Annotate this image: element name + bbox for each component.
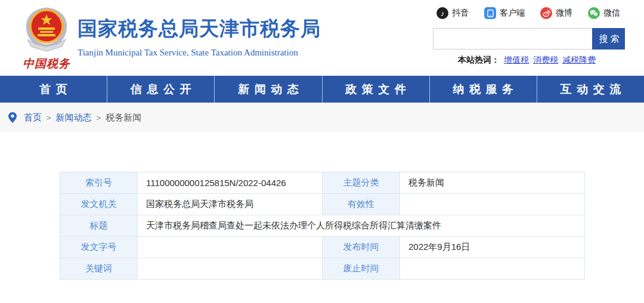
site-title: 国家税务总局天津市税务局 — [78, 16, 321, 42]
value-issuing-agency: 国家税务总局天津市税务局 — [138, 194, 323, 215]
location-pin-icon — [8, 112, 17, 123]
breadcrumb-separator: > — [97, 113, 101, 122]
hotword-link-tax-reduction[interactable]: 减税降费 — [562, 55, 596, 66]
table-row: 标题 天津市税务局稽查局查处一起未依法办理个人所得税综合所得汇算清缴案件 — [60, 215, 585, 237]
value-repeal-date — [400, 258, 585, 280]
social-label: 客户端 — [500, 8, 525, 18]
label-document-number: 发文字号 — [60, 237, 138, 258]
weibo-icon — [540, 7, 552, 19]
app-client-icon — [484, 7, 496, 19]
breadcrumb-news[interactable]: 新闻动态 — [56, 112, 92, 123]
nav-item-news[interactable]: 新闻动态 — [214, 76, 321, 103]
breadcrumb-separator: > — [47, 113, 51, 122]
label-title: 标题 — [60, 215, 138, 237]
value-validity — [400, 194, 585, 215]
nav-item-info-disclosure[interactable]: 信息公开 — [107, 76, 214, 103]
social-label: 抖音 — [452, 8, 469, 18]
search-input[interactable] — [433, 28, 592, 50]
search-bar: 搜索 — [433, 28, 625, 50]
breadcrumb-current: 税务新闻 — [106, 112, 141, 123]
social-label: 微博 — [556, 8, 572, 18]
title-block: 国家税务总局天津市税务局 Tianjin Municipal Tax Servi… — [78, 16, 321, 58]
hotword-link-vat[interactable]: 增值税 — [504, 55, 529, 66]
wechat-icon — [588, 7, 600, 19]
tax-emblem-icon — [20, 47, 73, 57]
social-item-douyin[interactable]: ♪ 抖音 — [436, 7, 469, 19]
breadcrumb: 首页 > 新闻动态 > 税务新闻 — [8, 112, 141, 123]
value-keywords — [138, 258, 323, 280]
doc-info-section: 索引号 11100000000125815N/2022-04426 主题分类 税… — [60, 172, 585, 280]
page: 中国税务 国家税务总局天津市税务局 Tianjin Municipal Tax … — [0, 0, 644, 303]
label-validity: 有效性 — [323, 194, 400, 215]
site-header: 中国税务 国家税务总局天津市税务局 Tianjin Municipal Tax … — [0, 0, 644, 76]
label-issuing-agency: 发文机关 — [60, 194, 138, 215]
hotwords: 本站热词： 增值税 消费税 减税降费 — [433, 55, 625, 66]
breadcrumb-home[interactable]: 首页 — [24, 112, 42, 123]
nav-item-policy-documents[interactable]: 政策文件 — [322, 76, 429, 103]
douyin-icon: ♪ — [436, 7, 448, 19]
nav-item-home[interactable]: 首页 — [0, 76, 107, 103]
nav-item-interaction[interactable]: 互动交流 — [537, 76, 644, 103]
table-row: 发文字号 发布时间 2022年9月16日 — [60, 237, 585, 258]
label-repeal-date: 废止时间 — [323, 258, 400, 280]
social-links: ♪ 抖音 客户端 微博 — [433, 7, 625, 19]
label-publish-date: 发布时间 — [323, 237, 400, 258]
search-button[interactable]: 搜索 — [592, 28, 625, 50]
hotwords-prefix: 本站热词： — [458, 55, 500, 66]
site-logo[interactable]: 中国税务 — [18, 5, 75, 72]
logo-caption: 中国税务 — [18, 56, 75, 72]
nav-item-tax-services[interactable]: 纳税服务 — [429, 76, 537, 103]
social-item-weibo[interactable]: 微博 — [540, 7, 572, 19]
table-row: 发文机关 国家税务总局天津市税务局 有效性 — [60, 194, 585, 215]
social-item-wechat[interactable]: 微信 — [588, 7, 620, 19]
doc-info-table: 索引号 11100000000125815N/2022-04426 主题分类 税… — [60, 172, 585, 280]
hotword-link-consumption-tax[interactable]: 消费税 — [533, 55, 558, 66]
value-publish-date: 2022年9月16日 — [400, 237, 585, 258]
value-topic-category: 税务新闻 — [400, 172, 585, 194]
label-keywords: 关键词 — [60, 258, 138, 280]
label-index-number: 索引号 — [60, 172, 138, 194]
table-row: 关键词 废止时间 — [60, 258, 585, 280]
header-right: ♪ 抖音 客户端 微博 — [433, 7, 625, 66]
main-nav: 首页 信息公开 新闻动态 政策文件 纳税服务 互动交流 — [0, 76, 644, 103]
social-label: 微信 — [603, 8, 620, 18]
breadcrumb-band: 首页 > 新闻动态 > 税务新闻 — [0, 103, 644, 132]
value-index-number: 11100000000125815N/2022-04426 — [138, 172, 323, 194]
value-title: 天津市税务局稽查局查处一起未依法办理个人所得税综合所得汇算清缴案件 — [138, 215, 585, 237]
table-row: 索引号 11100000000125815N/2022-04426 主题分类 税… — [60, 172, 585, 194]
value-document-number — [138, 237, 323, 258]
label-topic-category: 主题分类 — [323, 172, 400, 194]
site-subtitle: Tianjin Municipal Tax Service, State Tax… — [78, 48, 321, 58]
social-item-app-client[interactable]: 客户端 — [484, 7, 525, 19]
